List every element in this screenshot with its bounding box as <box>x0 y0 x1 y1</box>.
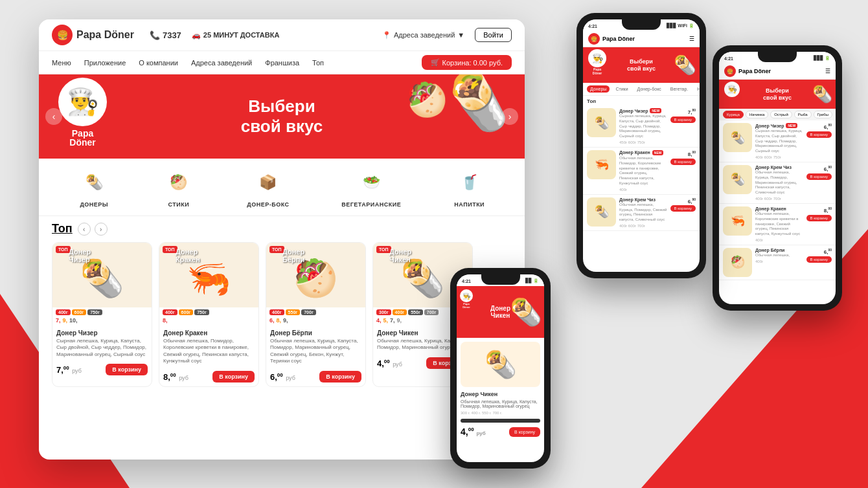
login-button[interactable]: Войти <box>475 28 512 42</box>
phone-menu-icon-2[interactable]: ☰ <box>825 68 830 74</box>
phone-tab-doners[interactable]: Донеры <box>587 85 610 93</box>
header-delivery: 🚗 25 МИНУТ ДОСТАВКА <box>192 31 280 39</box>
price-kraken: 8,00 руб <box>163 371 188 383</box>
phone-notch-2 <box>758 52 797 62</box>
desktop-header: 🍔 Papa Döner 📞 7337 🚗 25 МИНУТ ДОСТАВКА … <box>39 19 525 51</box>
phone-small-size-selector[interactable] <box>461 419 540 423</box>
phone-filter-ryba[interactable]: Рыба <box>794 111 812 118</box>
price-badges-berpi: 6, 8, 9, <box>266 317 365 326</box>
phone2-product-kraken: 🦐 Донер Кракен Обычная лепешка, Королевс… <box>719 204 836 245</box>
hero-prev-button[interactable]: ‹ <box>45 108 62 125</box>
header-phone: 📞 7337 <box>150 30 181 40</box>
phone-filter-nachinka[interactable]: Начинка <box>746 111 768 118</box>
phone-product-img-chizer: 🌯 <box>587 108 616 137</box>
section-arrows: ‹ › <box>78 223 108 236</box>
phone-notch-small <box>481 274 520 285</box>
phone2-add-cart-chizer[interactable]: В корзину <box>806 131 832 138</box>
product-card-chizer: ТОП ДонерЧизер 🌯 400г 600г 750г 7, 9, 10… <box>52 242 152 387</box>
logo-icon: 🍔 <box>52 25 73 45</box>
phone-menu-icon-1[interactable]: ☰ <box>689 36 694 42</box>
phone-add-cart-kraken[interactable]: В корзину <box>670 159 696 165</box>
drinks-icon-wrap: 🥤 <box>453 166 486 199</box>
doners-icon-wrap: 🌯 <box>78 166 110 199</box>
hero-food-image: 🌯 <box>442 74 517 137</box>
phone-tab-box[interactable]: Донер-бокс <box>634 85 665 93</box>
product-info-kraken: Донер Кракен Обычная лепешка, Помидор, К… <box>159 326 258 368</box>
phone-add-cart-chizer[interactable]: В корзину <box>670 116 696 123</box>
phone-filter-griby[interactable]: Грибы <box>814 111 832 118</box>
nav-top[interactable]: Топ <box>312 59 324 67</box>
product-title-berpi: Донер Бёрпи <box>270 329 361 337</box>
phone2-add-cart-kraken[interactable]: В корзину <box>806 215 832 221</box>
price-badges-kraken: 8, <box>159 317 258 326</box>
phone-filter-ostry[interactable]: Острый <box>770 111 792 118</box>
phone-tab-drinks[interactable]: Напитки <box>694 85 700 93</box>
phone-small-add-cart[interactable]: В корзину <box>509 427 540 437</box>
add-to-cart-chizer[interactable]: В корзину <box>106 364 148 375</box>
product-emoji-kraken: 🦐 <box>187 258 231 300</box>
phone-header-2: 🍔 Papa Döner ☰ <box>719 63 836 80</box>
category-doners[interactable]: 🌯 ДОНЕРЫ <box>78 166 110 208</box>
nav-franchise[interactable]: Франшиза <box>265 59 299 67</box>
phone-small-product: 🌯 Донер Чикен Обычная лепешка, Курица, К… <box>457 338 544 441</box>
phone-small-hero-food: 🌯 <box>510 297 542 327</box>
phone-filter-kurica[interactable]: Курица <box>723 111 744 118</box>
price-berpi: 6,00 руб <box>270 371 295 383</box>
phone-body-small: 4:21 ▊▊ 🔋 👨‍🍳 PapaDöner Донер Чикен 🌯 🌯 <box>450 268 551 469</box>
phone2-add-cart-kremchiz[interactable]: В корзину <box>806 173 832 180</box>
hero-next-button[interactable]: › <box>501 108 518 125</box>
category-drinks[interactable]: 🥤 НАПИТКИ <box>453 166 486 208</box>
phone-add-cart-kremchiz[interactable]: В корзину <box>670 205 696 212</box>
desktop-nav: Меню Приложение О компании Адреса заведе… <box>39 51 525 74</box>
product-info-chizer: Донер Чизер Сырная лепешка, Курица, Капу… <box>52 326 152 361</box>
phone-hero-food-2: 🌯 <box>812 85 832 104</box>
phone-product-title-kremchiz: Донер Крем Чиз <box>619 197 667 202</box>
phone-hero-text-2: Выбери свой вкус <box>763 87 792 102</box>
price-chiken: 4,00 руб <box>377 357 402 369</box>
size-badges-chizer: 400г 600г 750г <box>52 307 152 317</box>
add-to-cart-kraken[interactable]: В корзину <box>212 371 255 383</box>
phone-product-img-kremchiz: 🌯 <box>587 197 616 227</box>
product-name-overlay-berpi: ДонерБёрпи <box>282 248 304 263</box>
category-vegetarian[interactable]: 🥗 ВЕГЕТАРИАНСКИЕ <box>341 166 401 208</box>
product-card-berpi: ТОП ДонерБёрпи 🥙 400г 550г 700г 6, 8, 9,… <box>266 242 366 387</box>
nav-app[interactable]: Приложение <box>84 59 126 67</box>
doner-box-icon-wrap: 📦 <box>252 166 284 199</box>
chevron-down-icon: ▼ <box>457 31 464 39</box>
nav-about[interactable]: О компании <box>139 59 178 67</box>
delivery-icon: 🚗 <box>192 31 201 39</box>
phone-small-product-desc: Обычная лепешка, Курица, Капуста, Помидо… <box>461 399 540 408</box>
phone-mockup-small: 4:21 ▊▊ 🔋 👨‍🍳 PapaDöner Донер Чикен 🌯 🌯 <box>450 268 551 469</box>
product-info-berpi: Донер Бёрпи Обычная лепешка, Курица, Кап… <box>266 326 365 368</box>
product-desc-berpi: Обычная лепешка, Курица, Капуста, Помидо… <box>270 338 361 365</box>
nav-menu[interactable]: Меню <box>52 59 71 67</box>
phone-product-info-kraken: Донер Кракен NEW Обычная лепешка, Помидо… <box>619 150 667 192</box>
top-next-button[interactable]: › <box>95 223 108 236</box>
phone2-add-cart-berpi[interactable]: В корзину <box>806 256 832 263</box>
price-row-chizer: 7,00 руб В корзину <box>52 361 152 379</box>
add-to-cart-berpi[interactable]: В корзину <box>319 371 361 383</box>
top-section-header: Топ ‹ › <box>39 216 525 236</box>
phone-tab-veg[interactable]: Вегетар. <box>667 85 691 93</box>
header-address[interactable]: 📍 Адреса заведений ▼ <box>382 31 464 39</box>
phone-hero-food-1: 🌯 <box>674 54 696 76</box>
stiki-icon-wrap: 🥙 <box>163 166 195 199</box>
phone-mockup-1: 4:21 ▊▊▊ WiFi 🔋 🍔 Papa Döner ☰ 👨‍🍳 PapaD… <box>577 13 706 278</box>
hero-banner: ‹ 👨‍🍳 PapaDöner Выбери свой вкус 🌯 🥙 › <box>39 74 525 159</box>
phone-small-product-title: Донер Чикен <box>461 391 540 397</box>
phone-category-tabs-1: Донеры Стики Донер-бокс Вегетар. Напитки <box>583 83 700 96</box>
nav-addresses[interactable]: Адреса заведений <box>191 59 252 67</box>
vegetarian-icon-wrap: 🥗 <box>355 166 387 199</box>
phone-logo-text-1: Papa Döner <box>602 36 635 42</box>
logo-text: Papa Döner <box>76 29 134 41</box>
price-row-berpi: 6,00 руб В корзину <box>266 368 365 386</box>
category-stiki[interactable]: 🥙 СТИКИ <box>163 166 195 208</box>
product-image-chizer: ТОП ДонерЧизер 🌯 <box>52 243 152 307</box>
phone-small-price: 4,00 руб <box>461 427 486 437</box>
phone2-product-img-chizer: 🌯 <box>723 123 752 152</box>
cart-button[interactable]: 🛒 Корзина: 0.00 руб. <box>422 55 512 70</box>
phone-tab-stiki[interactable]: Стики <box>612 85 631 93</box>
category-doner-box[interactable]: 📦 ДОНЕР-БОКС <box>247 166 289 208</box>
phone-price-btn-kremchiz: 6,90 В корзину <box>670 197 696 212</box>
top-prev-button[interactable]: ‹ <box>78 223 91 236</box>
